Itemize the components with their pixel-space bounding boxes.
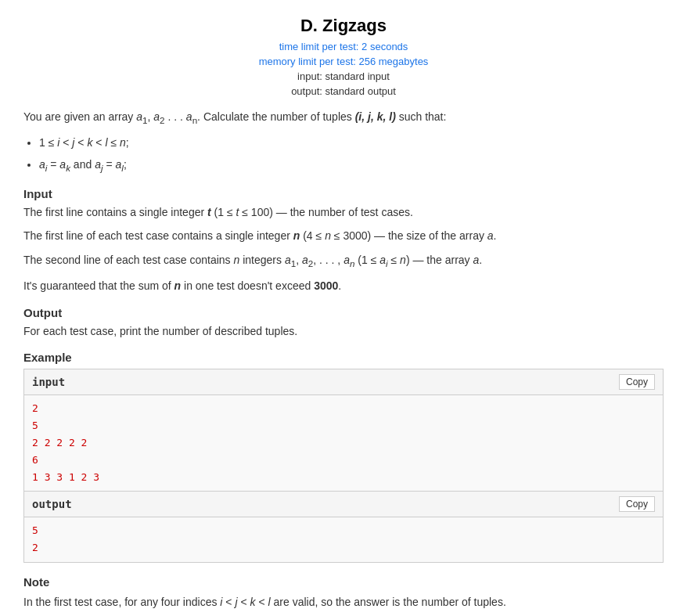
note-line-1: In the first test case, for any four ind… (23, 593, 664, 611)
example-output-label: output (32, 498, 72, 510)
meta-output: output: standard output (23, 85, 664, 97)
input-line-1: The first line contains a single integer… (23, 204, 664, 221)
output-section: Output For each test case, print the num… (23, 306, 664, 340)
output-title: Output (23, 306, 664, 319)
example-title: Example (23, 351, 664, 364)
example-output-block: output Copy 5 2 (23, 492, 664, 562)
input-line-4: It's guaranteed that the sum of n in one… (23, 277, 664, 294)
input-line: 5 (32, 417, 655, 434)
meta-time-limit: time limit per test: 2 seconds (23, 41, 664, 52)
output-line: 5 (32, 522, 655, 539)
input-section: Input The first line contains a single i… (23, 187, 664, 295)
input-line-2: The first line of each test case contain… (23, 227, 664, 244)
example-output-header: output Copy (24, 492, 663, 517)
example-input-header: input Copy (24, 369, 663, 395)
example-input-label: input (32, 376, 65, 388)
output-line: 2 (32, 539, 655, 557)
note-title: Note (23, 575, 664, 589)
example-output-body: 5 2 (24, 517, 663, 561)
page-title: D. Zigzags (23, 16, 664, 36)
copy-output-button[interactable]: Copy (619, 496, 655, 512)
conditions-list: 1 ≤ i < j < k < l ≤ n; ai = ak and aj = … (39, 134, 664, 175)
example-input-block: input Copy 2 5 2 2 2 2 2 6 1 3 3 1 2 3 (23, 369, 664, 492)
input-line: 1 3 3 1 2 3 (32, 469, 655, 486)
problem-intro: You are given an array a1, a2 . . . an. … (23, 108, 664, 176)
example-input-body: 2 5 2 2 2 2 2 6 1 3 3 1 2 3 (24, 395, 663, 491)
input-title: Input (23, 187, 664, 200)
input-line: 2 (32, 400, 655, 417)
input-line: 6 (32, 452, 655, 469)
meta-memory-limit: memory limit per test: 256 megabytes (23, 56, 664, 67)
input-line-3: The second line of each test case contai… (23, 251, 664, 271)
meta-input: input: standard input (23, 70, 664, 82)
note-section: Note In the first test case, for any fou… (23, 575, 664, 616)
output-text: For each test case, print the number of … (23, 322, 664, 340)
condition-2: ai = ak and aj = al; (39, 156, 664, 176)
copy-input-button[interactable]: Copy (619, 374, 655, 390)
condition-1: 1 ≤ i < j < k < l ≤ n; (39, 134, 664, 153)
input-line: 2 2 2 2 2 (32, 434, 655, 452)
